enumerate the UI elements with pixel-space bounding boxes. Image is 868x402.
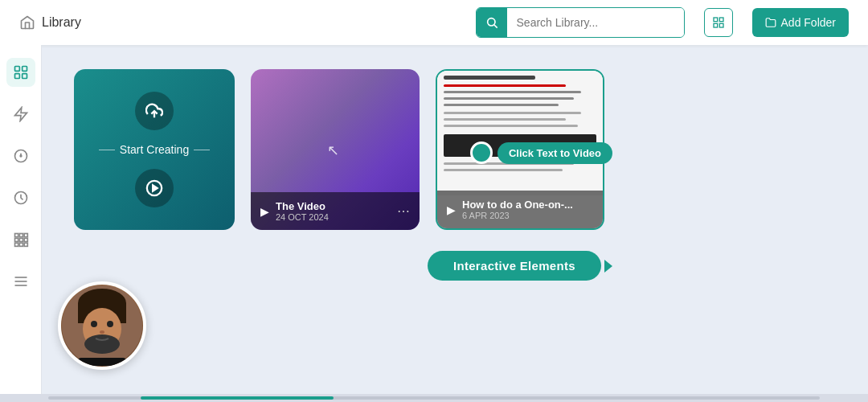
sidebar-item-compass[interactable]	[6, 142, 35, 170]
sidebar	[0, 45, 42, 394]
svg-marker-29	[153, 185, 158, 191]
svg-point-37	[100, 330, 104, 334]
video-more-icon[interactable]: ⋯	[397, 203, 410, 219]
doc-date: 6 APR 2023	[462, 211, 573, 220]
svg-rect-4	[714, 23, 718, 27]
svg-rect-3	[719, 18, 723, 22]
scrollbar-track[interactable]	[48, 396, 820, 400]
sidebar-item-quick[interactable]	[6, 100, 35, 129]
sidebar-item-list[interactable]	[6, 267, 35, 296]
cursor-indicator: ↖	[327, 142, 339, 159]
svg-rect-2	[714, 18, 718, 22]
interactive-arrow	[604, 260, 612, 273]
doc-play-icon: ▶	[447, 203, 456, 216]
sidebar-item-history[interactable]	[6, 183, 35, 212]
doc-title: How to do a One-on-...	[462, 199, 573, 211]
svg-rect-15	[14, 234, 18, 237]
svg-rect-7	[22, 67, 27, 72]
svg-rect-23	[24, 243, 27, 246]
main-layout: Start Creating ↖ ▶ The Vid	[0, 45, 868, 394]
avatar-face	[61, 285, 143, 367]
svg-rect-17	[24, 234, 27, 237]
interactive-btn-row: Interactive Elements	[428, 251, 836, 281]
svg-rect-16	[19, 234, 23, 237]
doc-card-wrapper: ▶ How to do a One-on-... 6 APR 2023 Clic…	[436, 69, 604, 230]
start-creating-card[interactable]: Start Creating	[74, 69, 235, 230]
svg-rect-6	[14, 67, 19, 72]
scrollbar-thumb	[141, 396, 334, 400]
svg-rect-5	[719, 23, 723, 27]
sidebar-item-grid[interactable]	[6, 225, 35, 254]
svg-rect-19	[19, 238, 23, 241]
avatar-container	[58, 281, 146, 370]
svg-rect-21	[14, 243, 18, 246]
home-icon	[19, 14, 35, 31]
doc-card-info: ▶ How to do a One-on-... 6 APR 2023	[447, 199, 573, 220]
sidebar-item-library[interactable]	[6, 58, 35, 87]
video-card-wrapper: ↖ ▶ The Video 24 OCT 2024 ⋯	[251, 69, 420, 230]
play-icon: ▶	[260, 205, 269, 218]
svg-rect-20	[24, 238, 27, 241]
svg-rect-38	[78, 358, 126, 366]
svg-point-0	[487, 18, 494, 26]
upload-icon	[135, 92, 174, 130]
doc-preview	[437, 71, 603, 195]
svg-marker-10	[14, 108, 27, 121]
start-creating-label: Start Creating	[99, 143, 210, 156]
video-date: 24 OCT 2024	[276, 212, 329, 222]
library-title: Library	[42, 15, 81, 30]
add-folder-button[interactable]: Add Folder	[752, 8, 849, 37]
svg-rect-18	[14, 238, 18, 241]
svg-point-35	[91, 321, 97, 327]
doc-card-overlay: ▶ How to do a One-on-... 6 APR 2023	[437, 191, 603, 228]
video-card-overlay: ▶ The Video 24 OCT 2024 ⋯	[251, 192, 420, 230]
video-card-text: The Video 24 OCT 2024	[276, 200, 329, 222]
svg-rect-8	[14, 74, 19, 79]
interactive-elements-button[interactable]: Interactive Elements	[428, 251, 601, 281]
svg-line-1	[494, 25, 497, 28]
cttv-dot	[470, 142, 493, 164]
cards-row: Start Creating ↖ ▶ The Vid	[74, 69, 836, 230]
bottom-scrollbar	[0, 394, 868, 402]
search-icon[interactable]	[477, 8, 507, 37]
avatar-svg	[62, 285, 142, 366]
search-input[interactable]	[507, 8, 684, 37]
video-card[interactable]: ↖ ▶ The Video 24 OCT 2024 ⋯	[251, 69, 420, 230]
add-folder-label: Add Folder	[781, 16, 836, 29]
grid-view-button[interactable]	[704, 8, 733, 37]
header-left: Library	[19, 14, 463, 31]
svg-point-13	[20, 155, 22, 157]
play-circle-icon	[135, 169, 174, 207]
search-container	[476, 7, 685, 38]
video-card-info: ▶ The Video 24 OCT 2024	[260, 200, 329, 222]
cttv-badge: Click Text to Video	[470, 142, 612, 164]
svg-point-36	[107, 321, 113, 327]
header: Library Add Folder	[0, 0, 868, 45]
svg-rect-9	[22, 74, 27, 79]
svg-rect-22	[19, 243, 23, 246]
cttv-label[interactable]: Click Text to Video	[497, 142, 612, 164]
content-area: Start Creating ↖ ▶ The Vid	[42, 45, 868, 394]
doc-card-text: How to do a One-on-... 6 APR 2023	[462, 199, 573, 220]
svg-point-34	[84, 334, 120, 354]
video-title: The Video	[276, 200, 329, 212]
